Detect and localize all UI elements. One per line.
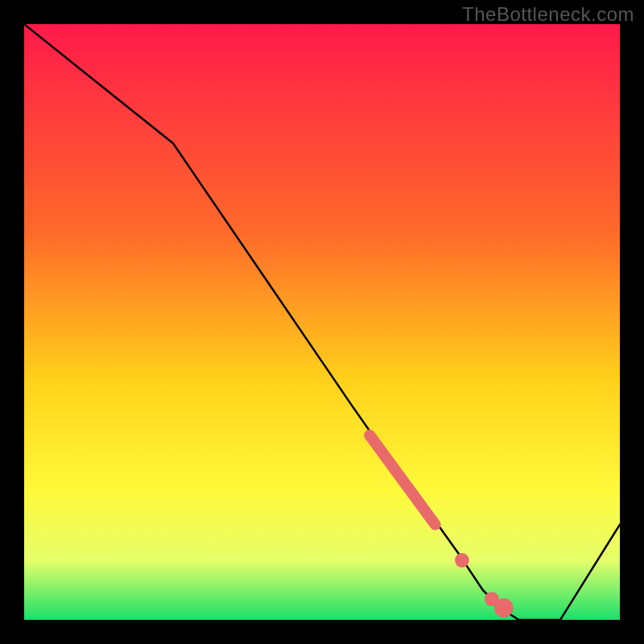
watermark-text: TheBottleneck.com xyxy=(462,3,634,26)
bottleneck-chart xyxy=(24,24,620,620)
marker-dot xyxy=(494,598,514,617)
gradient-background xyxy=(24,24,620,620)
marker-dot xyxy=(455,553,469,568)
chart-frame: TheBottleneck.com xyxy=(0,0,644,644)
